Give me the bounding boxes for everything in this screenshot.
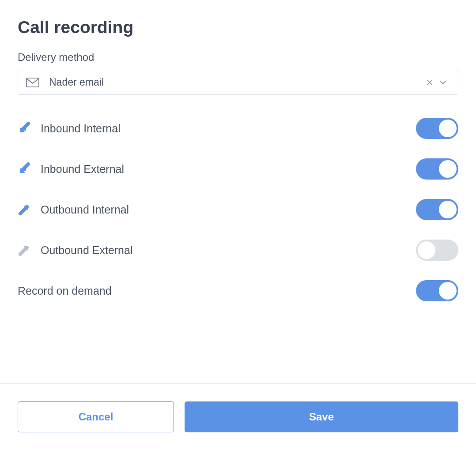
save-button[interactable]: Save	[185, 401, 458, 432]
page-title: Call recording	[18, 18, 458, 37]
arrow-outbound-icon	[18, 203, 41, 216]
record-on-demand-toggle[interactable]	[416, 280, 458, 301]
mail-icon	[26, 78, 39, 87]
arrow-inbound-icon	[18, 122, 41, 135]
delivery-method-select[interactable]: Nader email	[18, 70, 458, 95]
cancel-button[interactable]: Cancel	[18, 401, 174, 432]
footer: Cancel Save	[0, 383, 476, 450]
inbound-internal-row: Inbound Internal	[18, 108, 458, 149]
outbound-external-label: Outbound External	[41, 244, 416, 257]
chevron-down-icon[interactable]	[436, 78, 450, 87]
record-on-demand-label: Record on demand	[18, 285, 416, 297]
outbound-internal-row: Outbound Internal	[18, 189, 458, 230]
outbound-external-toggle[interactable]	[416, 240, 458, 261]
inbound-external-label: Inbound External	[41, 163, 416, 176]
inbound-external-toggle[interactable]	[416, 158, 458, 180]
inbound-external-row: Inbound External	[18, 149, 458, 189]
clear-icon[interactable]	[423, 79, 436, 86]
inbound-internal-label: Inbound Internal	[41, 122, 416, 135]
outbound-internal-label: Outbound Internal	[41, 203, 416, 216]
outbound-external-row: Outbound External	[18, 230, 458, 270]
delivery-method-value: Nader email	[49, 76, 423, 88]
record-on-demand-row: Record on demand	[18, 270, 458, 311]
svg-rect-0	[26, 78, 39, 87]
arrow-inbound-icon	[18, 162, 41, 176]
delivery-method-label: Delivery method	[18, 51, 458, 64]
arrow-outbound-icon	[18, 244, 41, 257]
outbound-internal-toggle[interactable]	[416, 199, 458, 220]
inbound-internal-toggle[interactable]	[416, 118, 458, 139]
